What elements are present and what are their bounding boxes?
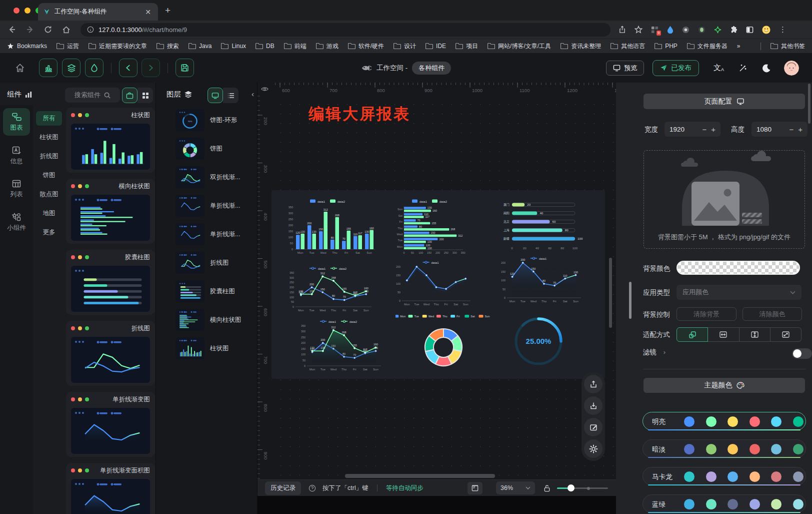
canvas-vertical-scrollbar[interactable] bbox=[609, 258, 612, 328]
minus-button[interactable]: − bbox=[702, 125, 706, 134]
tab-split-icon[interactable] bbox=[746, 26, 754, 34]
bookmark-folder[interactable]: 网站/博客/文章/工具 bbox=[488, 42, 551, 51]
category-item[interactable]: 地图 bbox=[36, 206, 62, 221]
changelog-button[interactable] bbox=[468, 482, 482, 494]
bookmark-folder[interactable]: 资讯未整理 bbox=[560, 42, 601, 51]
fit-width-button[interactable] bbox=[708, 327, 739, 342]
save-button[interactable] bbox=[176, 59, 194, 77]
panel-scrollbar-thumb[interactable] bbox=[808, 84, 810, 124]
plus-button[interactable]: + bbox=[798, 125, 802, 134]
layers-tool-button[interactable] bbox=[62, 59, 80, 77]
category-item[interactable]: 折线图 bbox=[36, 149, 62, 164]
theme-color-header[interactable]: 主题颜色 bbox=[644, 378, 805, 393]
slider-knob[interactable] bbox=[568, 484, 574, 491]
component-library-toggle[interactable] bbox=[122, 88, 138, 103]
minus-button[interactable]: − bbox=[789, 125, 794, 134]
chevron-right-icon[interactable]: › bbox=[664, 348, 666, 356]
category-item[interactable]: 柱状图 bbox=[36, 130, 62, 145]
height-value[interactable]: 1080 bbox=[756, 126, 772, 133]
search-input[interactable]: 搜索组件 bbox=[65, 88, 120, 103]
forward-icon[interactable] bbox=[26, 26, 34, 34]
component-card[interactable]: 单折线渐变面积图 bbox=[66, 463, 155, 514]
component-card[interactable]: 折线图 bbox=[66, 321, 155, 386]
chart-donut-pie[interactable]: MonTueWedThuFriSatSun bbox=[396, 312, 492, 375]
chart-area-dual[interactable]: data1data2050100150200250300350MonTueWed… bbox=[296, 317, 386, 372]
canvas-horizontal-scrollbar[interactable] bbox=[345, 474, 495, 478]
extension-drop-icon[interactable] bbox=[667, 26, 674, 34]
reload-icon[interactable] bbox=[44, 26, 52, 34]
dashboard-board[interactable]: data1data2050100150200250300350Mon120130… bbox=[272, 190, 605, 379]
nav-rail-item[interactable]: 图表 bbox=[3, 108, 30, 136]
bookmark-folder[interactable]: 项目 bbox=[456, 42, 478, 51]
bg-color-swatch[interactable] bbox=[676, 261, 800, 275]
bookmark-folder[interactable]: 搜索 bbox=[156, 42, 179, 51]
bookmark-folder[interactable]: 其他语言 bbox=[610, 42, 645, 51]
component-grid-toggle[interactable] bbox=[138, 88, 153, 103]
user-avatar[interactable] bbox=[784, 61, 799, 76]
export-button[interactable] bbox=[584, 375, 602, 393]
edit-button[interactable] bbox=[584, 418, 602, 436]
component-card[interactable]: 柱状图 bbox=[66, 108, 155, 173]
app-type-select[interactable]: 应用颜色 bbox=[676, 285, 802, 300]
undo-button[interactable] bbox=[119, 59, 138, 77]
bookmark-folder[interactable]: 文件服务器 bbox=[687, 42, 728, 51]
settings-gear-icon[interactable] bbox=[584, 439, 602, 458]
bookmark-folder[interactable]: 前端 bbox=[284, 42, 306, 51]
chart-bar-horizontal[interactable]: data1data2050100150200250300350Sun130160… bbox=[389, 197, 475, 256]
chart-bar-grouped[interactable]: data1data2050100150200250300350Mon120130… bbox=[282, 197, 378, 256]
panel-scrollbar-thumb[interactable] bbox=[629, 282, 632, 319]
component-card[interactable]: 胶囊柱图 bbox=[66, 250, 155, 315]
height-stepper[interactable]: 1080 −+ bbox=[752, 122, 808, 137]
browser-menu-icon[interactable]: ⋮ bbox=[779, 25, 786, 34]
chart-line-dual[interactable]: data1data2050100150200250300350MonTueWed… bbox=[285, 264, 376, 313]
extension-circle-icon[interactable] bbox=[682, 26, 690, 34]
zoom-slider[interactable] bbox=[557, 484, 608, 491]
bookmark-star-icon[interactable] bbox=[634, 26, 642, 34]
preview-button[interactable]: 预览 bbox=[606, 61, 644, 76]
clear-color-button[interactable]: 清除颜色 bbox=[742, 307, 802, 321]
bookmark-folder[interactable]: PHP bbox=[654, 43, 678, 50]
window-controls[interactable] bbox=[14, 8, 42, 14]
width-stepper[interactable]: 1920 −+ bbox=[664, 122, 720, 137]
bookmark-folder[interactable]: DB bbox=[256, 43, 274, 50]
layer-item[interactable]: 柱状图 bbox=[176, 337, 257, 359]
browser-tab[interactable]: 工作空间-各种组件 ✕ bbox=[38, 3, 158, 21]
bookmark-folder[interactable]: 运营 bbox=[56, 42, 79, 51]
extension-adblock-icon[interactable]: 9 bbox=[651, 26, 658, 34]
layer-item[interactable]: 折线图 bbox=[176, 252, 257, 274]
extension-green-star-icon[interactable] bbox=[714, 26, 722, 34]
category-item[interactable]: 散点图 bbox=[36, 187, 62, 202]
close-window-button[interactable] bbox=[14, 8, 20, 14]
chart-line-single[interactable]: data1050100150200MonTueWedThuFriSatSun bbox=[392, 258, 475, 307]
plus-button[interactable]: + bbox=[711, 125, 716, 134]
home-icon[interactable] bbox=[62, 26, 70, 34]
share-icon[interactable] bbox=[618, 26, 626, 34]
editor-home-icon[interactable] bbox=[15, 63, 25, 73]
clear-background-button[interactable]: 清除背景 bbox=[676, 307, 736, 321]
layer-item[interactable]: 双折线渐... bbox=[176, 166, 257, 188]
theme-row[interactable]: 蓝绿 bbox=[642, 494, 806, 513]
chart-tool-button[interactable] bbox=[39, 59, 58, 77]
canvas-page-title[interactable]: 编辑大屏报表 bbox=[308, 104, 410, 125]
bookmarks-overflow-chevron[interactable]: » bbox=[737, 43, 740, 50]
nav-rail-item[interactable]: 小组件 bbox=[3, 208, 30, 236]
language-switch-icon[interactable]: 文A bbox=[714, 63, 724, 73]
filter-toggle[interactable] bbox=[792, 348, 812, 359]
layer-item[interactable]: 饼图 bbox=[176, 138, 257, 160]
import-button[interactable] bbox=[584, 396, 602, 415]
nav-rail-item[interactable]: 列表 bbox=[3, 175, 30, 202]
publish-button[interactable]: 已发布 bbox=[652, 60, 699, 76]
chart-capsule-bars[interactable]: 厦门20南阳40北京60上海80新疆100020406080100 bbox=[499, 199, 588, 254]
bookmark-folder[interactable]: 设计 bbox=[394, 42, 416, 51]
chart-progress-gauge[interactable]: 25.00% bbox=[510, 313, 566, 369]
page-config-header[interactable]: 页面配置 bbox=[644, 94, 805, 109]
bookmarks-manager[interactable]: Bookmarks bbox=[7, 43, 47, 50]
minimize-window-button[interactable] bbox=[24, 8, 30, 14]
magic-wand-icon[interactable] bbox=[738, 64, 748, 73]
nav-rail-item[interactable]: 信息 bbox=[3, 142, 30, 169]
bookmark-folder[interactable]: IDE bbox=[426, 43, 446, 50]
background-upload-area[interactable]: 背景图需小于 5M ， 格式为 png/jpg/gif 的文件 bbox=[644, 150, 805, 249]
layers-list-toggle[interactable] bbox=[223, 88, 238, 103]
bookmark-folder[interactable]: 游戏 bbox=[316, 42, 338, 51]
bookmark-folder[interactable]: Linux bbox=[221, 43, 246, 50]
